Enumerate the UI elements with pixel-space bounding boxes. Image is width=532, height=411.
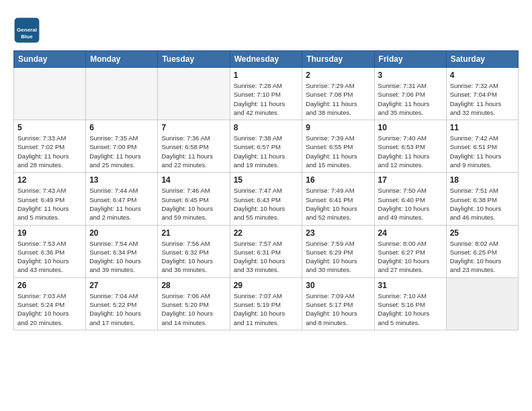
- weekday-header-tuesday: Tuesday: [158, 51, 230, 68]
- calendar-cell: [446, 277, 518, 330]
- day-info: Sunrise: 7:04 AM Sunset: 5:22 PM Dayligh…: [89, 291, 154, 327]
- day-info: Sunrise: 7:35 AM Sunset: 7:00 PM Dayligh…: [89, 134, 154, 169]
- calendar-cell: 12Sunrise: 7:43 AM Sunset: 6:49 PM Dayli…: [14, 173, 86, 225]
- day-info: Sunrise: 7:42 AM Sunset: 6:51 PM Dayligh…: [450, 134, 515, 169]
- svg-text:General: General: [17, 27, 37, 33]
- calendar-table: SundayMondayTuesdayWednesdayThursdayFrid…: [13, 50, 519, 330]
- calendar-cell: 18Sunrise: 7:51 AM Sunset: 6:38 PM Dayli…: [446, 173, 518, 225]
- calendar-cell: 31Sunrise: 7:10 AM Sunset: 5:16 PM Dayli…: [374, 277, 446, 330]
- day-number: 31: [378, 281, 443, 290]
- day-info: Sunrise: 7:44 AM Sunset: 6:47 PM Dayligh…: [89, 186, 154, 222]
- day-number: 21: [161, 228, 226, 238]
- day-info: Sunrise: 7:32 AM Sunset: 7:04 PM Dayligh…: [450, 81, 515, 117]
- day-number: 5: [17, 123, 82, 132]
- day-number: 2: [306, 71, 370, 80]
- weekday-header-row: SundayMondayTuesdayWednesdayThursdayFrid…: [14, 51, 519, 68]
- day-number: 19: [17, 228, 82, 238]
- calendar-cell: 21Sunrise: 7:56 AM Sunset: 6:32 PM Dayli…: [158, 225, 230, 277]
- day-number: 12: [17, 175, 82, 185]
- day-number: 1: [234, 71, 299, 80]
- logo-icon: General Blue: [13, 17, 40, 44]
- day-number: 14: [161, 175, 226, 185]
- weekday-header-saturday: Saturday: [446, 51, 518, 68]
- day-info: Sunrise: 7:51 AM Sunset: 6:38 PM Dayligh…: [450, 186, 515, 222]
- calendar-page: General Blue SundayMondayTuesdayWednesda…: [0, 0, 532, 337]
- week-row-3: 12Sunrise: 7:43 AM Sunset: 6:49 PM Dayli…: [14, 173, 519, 225]
- calendar-cell: 17Sunrise: 7:50 AM Sunset: 6:40 PM Dayli…: [374, 173, 446, 225]
- day-number: 10: [378, 123, 443, 132]
- day-number: 25: [450, 228, 515, 238]
- day-info: Sunrise: 7:10 AM Sunset: 5:16 PM Dayligh…: [378, 291, 443, 327]
- day-info: Sunrise: 7:47 AM Sunset: 6:43 PM Dayligh…: [234, 186, 299, 222]
- day-number: 26: [17, 281, 82, 290]
- day-number: 29: [234, 281, 299, 290]
- day-info: Sunrise: 7:28 AM Sunset: 7:10 PM Dayligh…: [234, 81, 299, 117]
- weekday-header-friday: Friday: [374, 51, 446, 68]
- day-number: 30: [306, 281, 370, 290]
- day-number: 3: [378, 71, 443, 80]
- day-number: 7: [161, 123, 226, 132]
- day-number: 11: [450, 123, 515, 132]
- calendar-cell: 30Sunrise: 7:09 AM Sunset: 5:17 PM Dayli…: [302, 277, 374, 330]
- calendar-cell: 9Sunrise: 7:39 AM Sunset: 6:55 PM Daylig…: [302, 120, 374, 173]
- day-info: Sunrise: 7:53 AM Sunset: 6:36 PM Dayligh…: [17, 239, 82, 275]
- day-number: 17: [378, 175, 443, 185]
- day-info: Sunrise: 8:02 AM Sunset: 6:25 PM Dayligh…: [450, 239, 515, 275]
- day-number: 22: [234, 228, 299, 238]
- week-row-1: 1Sunrise: 7:28 AM Sunset: 7:10 PM Daylig…: [14, 68, 519, 120]
- day-number: 20: [89, 228, 154, 238]
- header: General Blue: [13, 13, 519, 44]
- day-number: 6: [89, 123, 154, 132]
- day-number: 8: [234, 123, 299, 132]
- day-info: Sunrise: 7:50 AM Sunset: 6:40 PM Dayligh…: [378, 186, 443, 222]
- day-number: 9: [306, 123, 370, 132]
- day-number: 18: [450, 175, 515, 185]
- day-info: Sunrise: 7:57 AM Sunset: 6:31 PM Dayligh…: [234, 239, 299, 275]
- day-number: 4: [450, 71, 515, 80]
- day-number: 24: [378, 228, 443, 238]
- calendar-cell: 23Sunrise: 7:59 AM Sunset: 6:29 PM Dayli…: [302, 225, 374, 277]
- calendar-cell: 1Sunrise: 7:28 AM Sunset: 7:10 PM Daylig…: [230, 68, 302, 120]
- day-number: 23: [306, 228, 370, 238]
- svg-text:Blue: Blue: [21, 34, 33, 40]
- calendar-cell: 10Sunrise: 7:40 AM Sunset: 6:53 PM Dayli…: [374, 120, 446, 173]
- day-info: Sunrise: 7:38 AM Sunset: 6:57 PM Dayligh…: [234, 134, 299, 169]
- calendar-cell: 5Sunrise: 7:33 AM Sunset: 7:02 PM Daylig…: [14, 120, 86, 173]
- day-number: 28: [161, 281, 226, 290]
- calendar-cell: [86, 68, 158, 120]
- calendar-cell: 26Sunrise: 7:03 AM Sunset: 5:24 PM Dayli…: [14, 277, 86, 330]
- day-number: 16: [306, 175, 370, 185]
- logo: General Blue: [13, 17, 43, 44]
- calendar-cell: 28Sunrise: 7:06 AM Sunset: 5:20 PM Dayli…: [158, 277, 230, 330]
- day-info: Sunrise: 7:33 AM Sunset: 7:02 PM Dayligh…: [17, 134, 82, 169]
- day-info: Sunrise: 7:36 AM Sunset: 6:58 PM Dayligh…: [161, 134, 226, 169]
- day-number: 13: [89, 175, 154, 185]
- calendar-cell: 4Sunrise: 7:32 AM Sunset: 7:04 PM Daylig…: [446, 68, 518, 120]
- day-info: Sunrise: 7:59 AM Sunset: 6:29 PM Dayligh…: [306, 239, 370, 275]
- calendar-cell: 11Sunrise: 7:42 AM Sunset: 6:51 PM Dayli…: [446, 120, 518, 173]
- day-info: Sunrise: 7:49 AM Sunset: 6:41 PM Dayligh…: [306, 186, 370, 222]
- day-info: Sunrise: 7:06 AM Sunset: 5:20 PM Dayligh…: [161, 291, 226, 327]
- week-row-2: 5Sunrise: 7:33 AM Sunset: 7:02 PM Daylig…: [14, 120, 519, 173]
- calendar-cell: 15Sunrise: 7:47 AM Sunset: 6:43 PM Dayli…: [230, 173, 302, 225]
- calendar-cell: 22Sunrise: 7:57 AM Sunset: 6:31 PM Dayli…: [230, 225, 302, 277]
- calendar-cell: 3Sunrise: 7:31 AM Sunset: 7:06 PM Daylig…: [374, 68, 446, 120]
- calendar-cell: 14Sunrise: 7:46 AM Sunset: 6:45 PM Dayli…: [158, 173, 230, 225]
- week-row-5: 26Sunrise: 7:03 AM Sunset: 5:24 PM Dayli…: [14, 277, 519, 330]
- day-number: 27: [89, 281, 154, 290]
- day-info: Sunrise: 7:31 AM Sunset: 7:06 PM Dayligh…: [378, 81, 443, 117]
- calendar-cell: [158, 68, 230, 120]
- calendar-cell: 19Sunrise: 7:53 AM Sunset: 6:36 PM Dayli…: [14, 225, 86, 277]
- calendar-cell: 2Sunrise: 7:29 AM Sunset: 7:08 PM Daylig…: [302, 68, 374, 120]
- day-info: Sunrise: 7:54 AM Sunset: 6:34 PM Dayligh…: [89, 239, 154, 275]
- calendar-cell: 7Sunrise: 7:36 AM Sunset: 6:58 PM Daylig…: [158, 120, 230, 173]
- calendar-cell: [14, 68, 86, 120]
- day-info: Sunrise: 7:07 AM Sunset: 5:19 PM Dayligh…: [234, 291, 299, 327]
- calendar-cell: 29Sunrise: 7:07 AM Sunset: 5:19 PM Dayli…: [230, 277, 302, 330]
- calendar-cell: 8Sunrise: 7:38 AM Sunset: 6:57 PM Daylig…: [230, 120, 302, 173]
- day-info: Sunrise: 7:09 AM Sunset: 5:17 PM Dayligh…: [306, 291, 370, 327]
- calendar-cell: 27Sunrise: 7:04 AM Sunset: 5:22 PM Dayli…: [86, 277, 158, 330]
- weekday-header-thursday: Thursday: [302, 51, 374, 68]
- day-info: Sunrise: 7:40 AM Sunset: 6:53 PM Dayligh…: [378, 134, 443, 169]
- day-number: 15: [234, 175, 299, 185]
